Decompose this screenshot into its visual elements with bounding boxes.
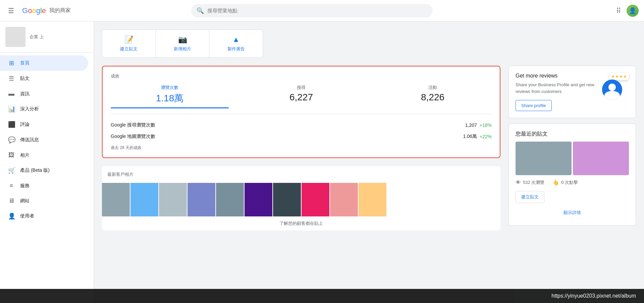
sidebar: 企業 上 ⊞ 首頁 ☰ 貼文 ▬ 資訊 📊 深入分析 ⬛ 評論 — [0, 21, 94, 303]
perf-row-google-maps: Google 地圖瀏覽次數 1.06萬 +22% — [111, 131, 492, 142]
photos-bottom-text: 了解您的顧客都在貼上 — [102, 216, 500, 231]
hamburger-icon[interactable]: ☰ — [5, 4, 17, 17]
sidebar-item-users[interactable]: 👤 使用者 — [0, 208, 88, 224]
add-photo-icon: 📷 — [178, 35, 187, 44]
avatar-body-shape — [604, 91, 620, 100]
performance-card: 成效 瀏覽次數 1.18萬 搜尋 6,227 活動 — [102, 66, 500, 158]
left-col: 成效 瀏覽次數 1.18萬 搜尋 6,227 活動 — [102, 66, 500, 231]
perf-tab-search-value: 6,227 — [242, 92, 360, 103]
home-icon: ⊞ — [8, 59, 15, 67]
perf-period: 過去 28 天的成效 — [111, 145, 492, 151]
post-stat-views: 👁 532 次瀏覽 — [516, 180, 544, 186]
perf-row-search-value: 1,207 +18% — [465, 122, 492, 128]
avatar-figure — [602, 80, 622, 103]
bottom-banner-text: https://yinyue0203.pixnet.net/album — [551, 293, 636, 299]
right-col: Get more reviews Share your Business Pro… — [508, 66, 636, 225]
add-photo-button[interactable]: 📷 新增相片 — [156, 30, 209, 57]
sidebar-item-reviews[interactable]: ⬛ 評論 — [0, 117, 88, 132]
analytics-icon: 📊 — [8, 105, 15, 113]
perf-tab-activity-label: 活動 — [374, 85, 492, 91]
two-col: 成效 瀏覽次數 1.18萬 搜尋 6,227 活動 — [102, 66, 636, 231]
photo-6 — [245, 183, 272, 216]
sidebar-label-messages: 傳送訊息 — [20, 137, 39, 143]
create-post-btn[interactable]: 建立貼文 — [516, 191, 544, 203]
sidebar-item-services[interactable]: ≡ 服務 — [0, 178, 88, 193]
post-stats: 👁 532 次瀏覽 👆 0 次點擊 — [516, 179, 629, 186]
create-ad-icon: ▲ — [232, 35, 240, 44]
sidebar-item-website[interactable]: 🖥 網站 — [0, 193, 88, 208]
recent-post-title: 您最近的貼文 — [516, 131, 629, 138]
perf-tab-search[interactable]: 搜尋 6,227 — [242, 85, 360, 108]
perf-tab-views[interactable]: 瀏覽次數 1.18萬 — [111, 85, 229, 108]
action-buttons-row: 📝 建立貼文 📷 新增相片 ▲ 製作廣告 — [102, 30, 263, 58]
avatar-body-circle — [602, 80, 622, 100]
business-card: 企業 上 — [0, 21, 94, 53]
sidebar-item-analytics[interactable]: 📊 深入分析 — [0, 101, 88, 117]
photo-5 — [216, 183, 244, 216]
create-post-icon: 📝 — [124, 35, 133, 44]
search-input[interactable] — [207, 8, 427, 13]
reviews-card-title: Get more reviews — [516, 73, 597, 79]
sidebar-label-users: 使用者 — [20, 213, 34, 219]
photo-2 — [130, 183, 158, 216]
sidebar-label-products: 產品 (Beta 版) — [20, 167, 50, 173]
sidebar-label-info: 資訊 — [20, 91, 30, 97]
reviews-card-avatar: ★ ★ ★ ★ — [602, 73, 629, 100]
apps-grid-icon[interactable]: ⠿ — [616, 7, 621, 15]
create-ad-label: 製作廣告 — [227, 46, 245, 52]
perf-tab-activity[interactable]: 活動 8,226 — [374, 85, 492, 108]
photo-9 — [330, 183, 358, 216]
sidebar-item-home[interactable]: ⊞ 首頁 — [0, 55, 88, 71]
post-image-2 — [573, 142, 629, 175]
perf-row-maps-label: Google 地圖瀏覽次數 — [111, 134, 155, 140]
avatar[interactable]: 👤 — [627, 5, 639, 17]
photo-1 — [102, 183, 130, 216]
post-images — [516, 142, 629, 175]
search-icon: 🔍 — [197, 7, 204, 14]
bottom-banner: https://yinyue0203.pixnet.net/album — [0, 289, 644, 303]
sidebar-nav: ⊞ 首頁 ☰ 貼文 ▬ 資訊 📊 深入分析 ⬛ 評論 💬 傳送訊息 — [0, 53, 94, 226]
layout: 企業 上 ⊞ 首頁 ☰ 貼文 ▬ 資訊 📊 深入分析 ⬛ 評論 — [0, 21, 644, 303]
sidebar-label-website: 網站 — [20, 198, 30, 204]
clicks-icon: 👆 — [552, 179, 559, 186]
info-icon: ▬ — [8, 90, 15, 97]
photo-4 — [187, 183, 215, 216]
search-bar[interactable]: 🔍 — [191, 4, 433, 17]
share-profile-button[interactable]: Share profile — [516, 100, 552, 111]
sidebar-item-posts[interactable]: ☰ 貼文 — [0, 71, 88, 86]
main-content: 📝 建立貼文 📷 新增相片 ▲ 製作廣告 成效 瀏覽次數 — [94, 21, 644, 303]
perf-row-maps-num: 1.06萬 — [463, 134, 477, 140]
perf-row-search-change: +18% — [480, 122, 492, 128]
show-details-link[interactable]: 顯示詳情 — [516, 207, 629, 218]
sidebar-item-info[interactable]: ▬ 資訊 — [0, 86, 88, 101]
star-4: ★ — [623, 74, 627, 79]
app-name: 我的商家 — [49, 7, 71, 14]
topbar-left: ☰ Google 我的商家 — [5, 4, 99, 17]
photo-3 — [159, 183, 187, 216]
stars-badge: ★ ★ ★ ★ — [609, 73, 629, 80]
avatar-head-shape — [608, 84, 616, 91]
sidebar-label-services: 服務 — [20, 183, 30, 189]
photos-grid — [102, 183, 500, 216]
sidebar-label-analytics: 深入分析 — [20, 106, 39, 112]
sidebar-item-messages[interactable]: 💬 傳送訊息 — [0, 132, 88, 148]
post-stat-clicks: 👆 0 次點擊 — [552, 179, 578, 186]
photos-section: 最新客戶相片 了解您的顧客都在貼上 — [102, 166, 500, 231]
sidebar-label-home: 首頁 — [20, 60, 30, 66]
perf-row-maps-value: 1.06萬 +22% — [463, 134, 492, 140]
perf-row-maps-change: +22% — [480, 134, 492, 139]
create-post-button[interactable]: 📝 建立貼文 — [102, 30, 156, 57]
views-icon: 👁 — [516, 180, 521, 186]
perf-tab-views-underline — [111, 107, 229, 108]
website-icon: 🖥 — [8, 197, 15, 204]
services-icon: ≡ — [8, 182, 15, 189]
post-image-1 — [516, 142, 572, 175]
photo-8 — [302, 183, 329, 216]
post-stat-views-value: 532 次瀏覽 — [523, 180, 544, 186]
sidebar-item-products[interactable]: 🛒 產品 (Beta 版) — [0, 163, 88, 178]
photo-10 — [359, 183, 386, 216]
create-ad-button[interactable]: ▲ 製作廣告 — [209, 30, 263, 57]
sidebar-item-photos[interactable]: 🖼 相片 — [0, 148, 88, 163]
business-logo — [5, 27, 25, 47]
messages-icon: 💬 — [8, 136, 15, 144]
